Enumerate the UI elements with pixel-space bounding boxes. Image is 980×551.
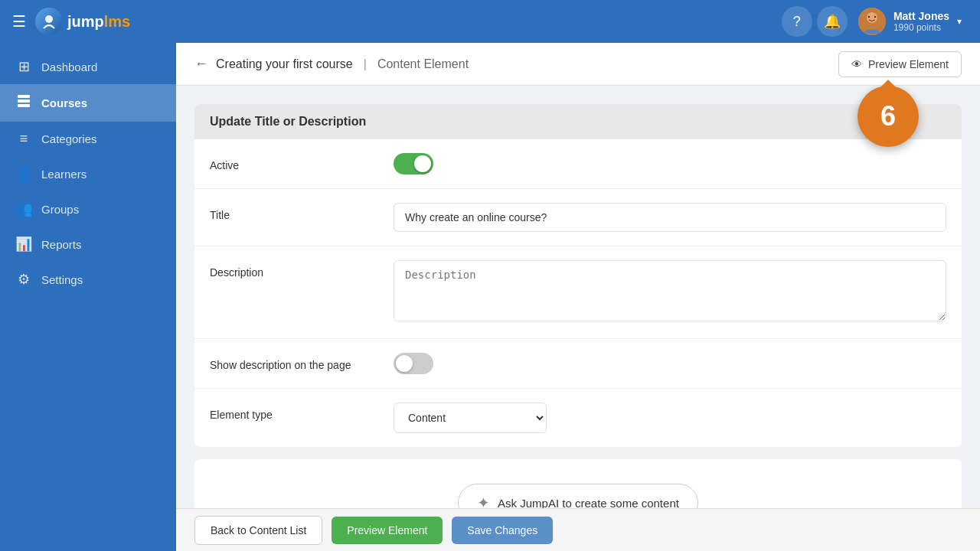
sidebar-item-courses[interactable]: Courses [0,84,176,122]
description-row: Description [194,246,962,339]
sub-header: ← Creating your first course | Content E… [176,43,980,86]
bottom-bar: Back to Content List Preview Element Sav… [176,508,980,551]
preview-element-button-top[interactable]: 👁 Preview Element [838,51,962,77]
sidebar-item-dashboard[interactable]: ⊞ Dashboard [0,49,176,84]
user-points: 1990 points [893,22,949,33]
title-label: Title [210,203,394,221]
user-menu[interactable]: Matt Jones 1990 points ▾ [852,5,968,38]
avatar [858,8,886,35]
courses-icon [15,93,32,112]
ai-sparkle-icon: ✦ [477,494,490,508]
toggle-thumb [414,155,431,172]
svg-point-0 [45,15,53,23]
svg-rect-5 [18,95,30,98]
sidebar-label-categories: Categories [41,132,97,145]
form-content: Update Title or Description Active [176,86,980,508]
form-card-header: Update Title or Description [194,104,962,139]
title-input[interactable] [394,203,946,232]
preview-element-button-bottom[interactable]: Preview Element [332,517,443,544]
show-desc-row: Show description on the page [194,339,962,389]
description-input-area [394,260,946,324]
sidebar-item-reports[interactable]: 📊 Reports [0,227,176,262]
breadcrumb-main: Creating your first course [216,57,353,71]
description-label: Description [210,260,394,279]
sidebar-item-learners[interactable]: 👤 Learners [0,156,176,191]
settings-icon: ⚙ [15,271,32,288]
sidebar-item-groups[interactable]: 👥 Groups [0,191,176,227]
element-type-select[interactable]: Content Video Quiz Text [394,403,547,433]
categories-icon: ≡ [15,131,32,147]
sidebar-label-courses: Courses [41,96,87,109]
chevron-down-icon: ▾ [957,16,962,27]
menu-lines-icon: ☰ [12,13,26,30]
active-label: Active [210,153,394,171]
svg-rect-7 [18,104,30,107]
ask-ai-button[interactable]: ✦ Ask JumpAI to create some content [458,484,698,508]
element-type-select-area: Content Video Quiz Text [394,403,946,433]
bell-icon[interactable]: 🔔 [817,6,848,37]
sidebar-label-reports: Reports [41,238,82,251]
learners-icon: 👤 [15,165,32,182]
active-row: Active [194,139,962,189]
hamburger-icon[interactable]: ☰ [12,12,26,31]
element-type-row: Element type Content Video Quiz Text [194,389,962,447]
breadcrumb-separator: | [364,57,367,71]
title-row: Title [194,189,962,246]
breadcrumb: ← Creating your first course | Content E… [194,56,469,72]
active-toggle[interactable] [394,153,433,174]
title-input-area [394,203,946,232]
jump-logo-icon [41,13,57,30]
sidebar: ⊞ Dashboard Courses ≡ Categories 👤 Learn… [0,43,176,551]
save-changes-button[interactable]: Save Changes [452,517,553,544]
nav-items: ⊞ Dashboard Courses ≡ Categories 👤 Learn… [0,43,176,551]
sidebar-label-learners: Learners [41,168,87,181]
show-desc-toggle-area [394,353,946,374]
toggle-thumb-off [396,355,413,372]
active-toggle-area [394,153,946,174]
breadcrumb-sub: Content Element [377,57,469,71]
user-name: Matt Jones [893,10,949,22]
back-arrow-button[interactable]: ← [194,56,208,72]
step-bubble: 6 [858,86,919,147]
logo-text: jumplms [67,13,130,31]
element-type-label: Element type [210,403,394,421]
groups-icon: 👥 [15,201,32,217]
show-desc-toggle[interactable] [394,353,433,374]
form-card: Update Title or Description Active [194,104,962,447]
reports-icon: 📊 [15,236,32,253]
form-card-body: Active Title [194,139,962,447]
sidebar-item-settings[interactable]: ⚙ Settings [0,262,176,297]
sidebar-label-groups: Groups [41,203,79,216]
sidebar-item-categories[interactable]: ≡ Categories [0,122,176,156]
svg-point-4 [874,16,876,18]
help-icon[interactable]: ? [782,6,812,37]
sidebar-label-settings: Settings [41,273,83,286]
description-textarea[interactable] [394,260,946,321]
user-avatar-img [858,8,886,35]
show-desc-label: Show description on the page [210,353,394,371]
sidebar-label-dashboard: Dashboard [41,60,97,73]
svg-point-3 [868,16,870,18]
back-to-content-list-button[interactable]: Back to Content List [194,516,322,545]
dashboard-icon: ⊞ [15,58,32,75]
ai-section: ✦ Ask JumpAI to create some content You … [194,459,962,508]
ask-ai-label: Ask JumpAI to create some content [498,497,679,509]
eye-icon: 👁 [851,58,862,70]
svg-rect-6 [18,99,30,103]
